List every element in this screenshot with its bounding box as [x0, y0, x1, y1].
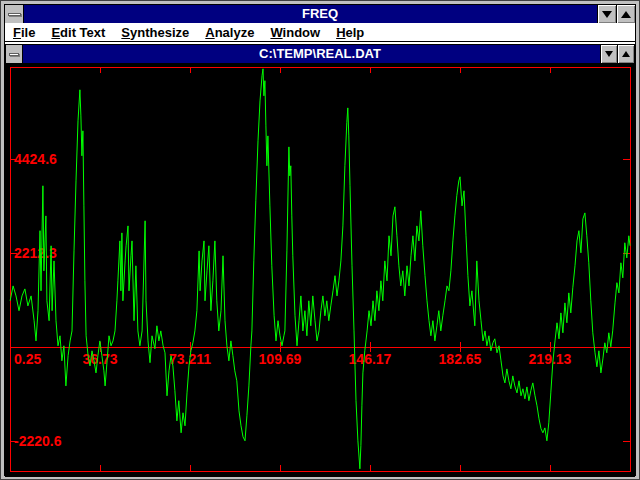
menu-item-edit-text[interactable]: Edit Text [43, 23, 113, 42]
document-system-menu-icon [9, 53, 19, 56]
menu-item-file[interactable]: File [5, 23, 43, 42]
document-system-menu-button[interactable] [6, 45, 23, 63]
document-maximize-button[interactable] [617, 45, 634, 63]
y-tick-label: -2220.6 [14, 433, 62, 449]
menu-item-help[interactable]: Help [328, 23, 372, 42]
document-titlebar: C:\TEMP\REAL.DAT [6, 45, 634, 63]
plot-border [10, 67, 630, 471]
x-tick-label: 0.25 [14, 351, 41, 367]
waveform-svg: 0.2536.7373.211109.69146.17182.65219.134… [6, 63, 634, 476]
maximize-button[interactable] [616, 5, 635, 23]
menu-item-window[interactable]: Window [262, 23, 328, 42]
maximize-icon [621, 11, 631, 18]
app-window-frame: FREQ File Edit Text Synthesize Analyze W… [4, 4, 636, 476]
menu-bar: File Edit Text Synthesize Analyze Window… [5, 23, 635, 42]
document-window: C:\TEMP\REAL.DAT 0.2536.7373.211109.6914… [5, 44, 635, 477]
app-title: FREQ [5, 5, 635, 23]
x-tick-label: 182.65 [439, 351, 482, 367]
app-titlebar: FREQ [5, 5, 635, 23]
system-menu-icon [8, 13, 21, 16]
plot-area[interactable]: 0.2536.7373.211109.69146.17182.65219.134… [6, 63, 634, 476]
x-tick-label: 109.69 [259, 351, 302, 367]
minimize-button[interactable] [597, 5, 616, 23]
minimize-icon [602, 11, 612, 18]
app-titlebar-buttons [597, 5, 635, 23]
y-tick-label: 4424.6 [14, 151, 57, 167]
document-maximize-icon [622, 51, 630, 57]
x-tick-label: 219.13 [529, 351, 572, 367]
app-window: FREQ File Edit Text Synthesize Analyze W… [0, 0, 640, 480]
menu-item-analyze[interactable]: Analyze [197, 23, 262, 42]
document-title: C:\TEMP\REAL.DAT [6, 45, 634, 63]
system-menu-button[interactable] [5, 5, 24, 23]
document-minimize-icon [605, 51, 613, 57]
document-minimize-button[interactable] [600, 45, 617, 63]
document-titlebar-buttons [600, 45, 634, 63]
menu-item-synthesize[interactable]: Synthesize [113, 23, 197, 42]
waveform-trace [10, 69, 630, 469]
